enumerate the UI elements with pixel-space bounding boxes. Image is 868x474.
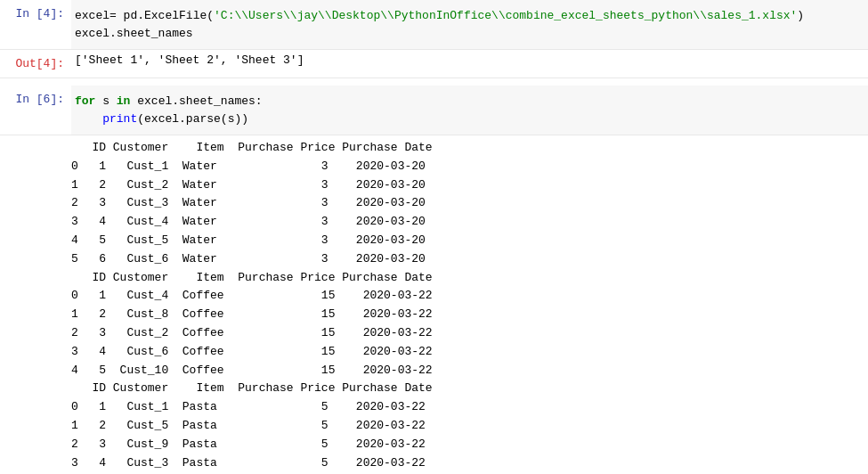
cell-in-6-prompt: In [6]:	[0, 86, 71, 135]
code-for-line: for s in excel.sheet_names:	[75, 93, 861, 110]
kw-print: print	[102, 112, 137, 126]
cell-out-4-output: ['Sheet 1', 'Sheet 2', 'Sheet 3']	[71, 50, 868, 78]
code-line-2: excel.sheet_names	[75, 25, 861, 43]
cell-in-6-code[interactable]: for s in excel.sheet_names: print(excel.…	[71, 86, 868, 135]
notebook: In [4]: excel= pd.ExcelFile('C:\\Users\\…	[0, 0, 868, 474]
code-var: excel	[75, 9, 110, 22]
code-op: = pd.ExcelFile(	[110, 9, 214, 22]
code-close: )	[797, 9, 804, 22]
code-line-1: excel= pd.ExcelFile('C:\\Users\\jay\\Des…	[75, 7, 861, 25]
cell-in-4: In [4]: excel= pd.ExcelFile('C:\\Users\\…	[0, 0, 868, 50]
output-dataframes: ID Customer Item Purchase Price Purchase…	[71, 135, 433, 474]
cell-in-4-prompt: In [4]:	[0, 0, 71, 49]
cell-out-6-empty-prompt	[0, 135, 71, 474]
spacer	[0, 78, 868, 86]
cell-out-4-prompt: Out[4]:	[0, 50, 71, 78]
cell-in-6: In [6]: for s in excel.sheet_names: prin…	[0, 86, 868, 135]
cell-out-6: ID Customer Item Purchase Price Purchase…	[0, 135, 868, 474]
code-string: 'C:\\Users\\jay\\Desktop\\PythonInOffice…	[214, 9, 797, 22]
code-iter: excel.sheet_names:	[130, 94, 262, 108]
output-list-text: ['Sheet 1', 'Sheet 2', 'Sheet 3']	[75, 53, 304, 67]
cell-out-4: Out[4]: ['Sheet 1', 'Sheet 2', 'Sheet 3'…	[0, 50, 868, 78]
cell-in-4-code[interactable]: excel= pd.ExcelFile('C:\\Users\\jay\\Des…	[71, 0, 868, 49]
kw-for: for	[75, 94, 95, 108]
code-print-line: print(excel.parse(s))	[75, 110, 861, 128]
kw-in: in	[117, 94, 131, 108]
code-s: s	[95, 94, 116, 108]
